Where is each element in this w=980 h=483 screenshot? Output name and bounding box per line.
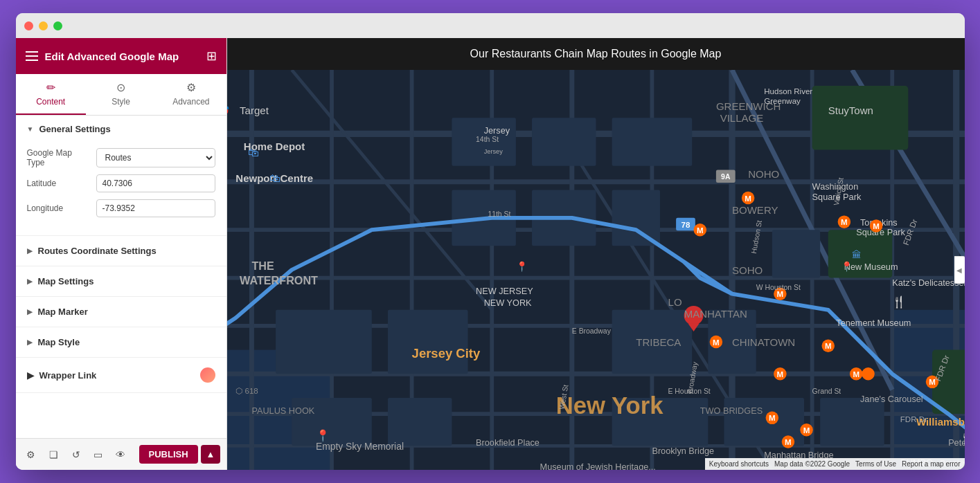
general-settings-header[interactable]: ▼ General Settings [16,116,226,143]
map-marker-arrow: ▶ [27,308,33,316]
svg-text:📍: 📍 [315,429,330,443]
svg-text:M: M [785,438,792,446]
svg-text:🍴: 🍴 [960,432,965,446]
svg-text:🛍: 🛍 [269,172,280,184]
svg-text:78: 78 [681,221,690,229]
keyboard-shortcuts[interactable]: Keyboard shortcuts [709,460,769,468]
settings-icon-btn[interactable]: ⚙ [21,444,41,465]
tabs: ✏ Content ⊙ Style ⚙ Advanced [16,74,226,116]
map-style-header[interactable]: ▶ Map Style [16,327,226,357]
content-icon: ✏ [46,81,55,94]
terms-of-use[interactable]: Terms of Use [855,460,896,468]
longitude-input[interactable] [96,199,215,217]
tab-style[interactable]: ⊙ Style [86,74,156,115]
maximize-button[interactable] [53,21,62,30]
map-marker-section: ▶ Map Marker [16,297,226,327]
map-type-select[interactable]: Routes Roadmap Satellite Hybrid Terrain [96,148,215,167]
map-settings-arrow: ▶ [27,277,33,285]
svg-text:THE: THE [251,259,274,272]
svg-text:M: M [776,290,783,298]
svg-text:CHINATOWN: CHINATOWN [732,336,795,348]
svg-text:New York: New York [555,392,663,419]
tab-content-label: Content [36,97,65,107]
routes-coordinate-header[interactable]: ▶ Routes Coordinate Settings [16,236,226,266]
svg-text:E Broadway: E Broadway [571,327,611,335]
svg-rect-40 [772,230,819,277]
sidebar-collapse-handle[interactable]: ◀ [954,256,965,284]
svg-text:M: M [776,370,783,379]
tab-advanced-label: Advanced [172,97,209,107]
svg-text:TRIBECA: TRIBECA [636,336,681,348]
svg-rect-25 [812,86,908,149]
tab-advanced[interactable]: ⚙ Advanced [156,74,226,115]
svg-rect-30 [612,118,692,165]
svg-text:StuyTown: StuyTown [828,104,873,116]
map-style-arrow: ▶ [27,338,33,346]
map-settings-section: ▶ Map Settings [16,266,226,297]
map-container[interactable]: A B Jersey City [227,70,965,470]
svg-text:M: M [841,218,848,226]
undo-icon-btn[interactable]: ↺ [66,444,85,465]
publish-button[interactable]: PUBLISH [139,445,198,464]
svg-text:W Houston St: W Houston St [756,284,800,291]
map-marker-header[interactable]: ▶ Map Marker [16,297,226,327]
sidebar-body: ▼ General Settings Google Map Type Route… [16,116,226,438]
sidebar-header: Edit Advanced Google Map ⊞ [16,38,226,74]
svg-text:SOHO: SOHO [732,264,763,276]
map-area: Our Restaurants Chain Map Routes in Goog… [227,38,965,470]
app-window: Edit Advanced Google Map ⊞ ✏ Content ⊙ S… [16,13,965,470]
svg-text:M: M [745,194,751,203]
svg-text:NEW JERSEY: NEW JERSEY [476,286,533,296]
latitude-label: Latitude [27,179,89,188]
svg-text:📍: 📍 [515,261,528,273]
sidebar: Edit Advanced Google Map ⊞ ✏ Content ⊙ S… [16,38,227,470]
svg-text:M: M [873,222,880,230]
latitude-input[interactable] [96,174,215,192]
svg-text:Tenement Museum: Tenement Museum [836,318,911,328]
svg-text:Target: Target [240,104,269,116]
svg-text:9A: 9A [721,173,731,181]
report-map-error[interactable]: Report a map error [902,460,960,468]
responsive-icon-btn[interactable]: ▭ [89,444,108,465]
svg-text:Jane's Carousel: Jane's Carousel [859,394,923,404]
minimize-button[interactable] [39,21,48,30]
layers-icon-btn[interactable]: ❏ [44,444,63,465]
svg-text:M: M [713,338,720,347]
routes-coordinate-label: Routes Coordinate Settings [38,246,157,256]
svg-text:M: M [696,226,703,235]
svg-text:📍: 📍 [841,261,853,273]
preview-icon-btn[interactable]: 👁 [111,444,130,465]
map-background-svg: A B Jersey City [227,70,965,470]
svg-text:14th St: 14th St [476,136,499,143]
svg-text:LO: LO [668,296,681,308]
sidebar-title: Edit Advanced Google Map [45,51,199,62]
svg-text:Brookfield Place: Brookfield Place [476,437,540,448]
svg-text:VILLAGE: VILLAGE [720,112,763,124]
svg-text:Grand St: Grand St [812,388,841,395]
general-settings-body: Google Map Type Routes Roadmap Satellite… [16,143,226,235]
svg-text:E Houston St: E Houston St [668,388,710,395]
close-button[interactable] [24,21,33,30]
map-data: Map data ©2022 Google [774,460,850,468]
wrapper-link-section[interactable]: ▶ Wrapper Link [16,358,226,393]
svg-rect-37 [387,398,451,446]
svg-text:🍴: 🍴 [892,295,907,309]
general-settings-arrow: ▼ [27,125,34,133]
map-settings-header[interactable]: ▶ Map Settings [16,266,226,296]
svg-text:🛍: 🛍 [247,146,258,158]
svg-text:Museum of Jewish Heritage...: Museum of Jewish Heritage... [540,462,655,470]
publish-dropdown-button[interactable]: ▲ [201,445,221,464]
svg-text:WATERFRONT: WATERFRONT [240,274,318,286]
map-settings-label: Map Settings [38,276,94,286]
wrapper-link-icon [200,367,215,383]
svg-text:Jersey: Jersey [483,125,510,136]
hamburger-icon[interactable] [26,51,38,61]
grid-icon[interactable]: ⊞ [206,48,217,64]
svg-text:🏛: 🏛 [852,249,862,260]
svg-text:Empty Sky Memorial: Empty Sky Memorial [315,441,403,452]
svg-text:M: M [803,426,810,435]
tab-content[interactable]: ✏ Content [16,74,86,115]
bottom-toolbar: ⚙ ❏ ↺ ▭ 👁 PUBLISH ▲ [16,438,226,470]
svg-text:Greenway: Greenway [764,97,801,105]
longitude-row: Longitude [27,199,215,217]
